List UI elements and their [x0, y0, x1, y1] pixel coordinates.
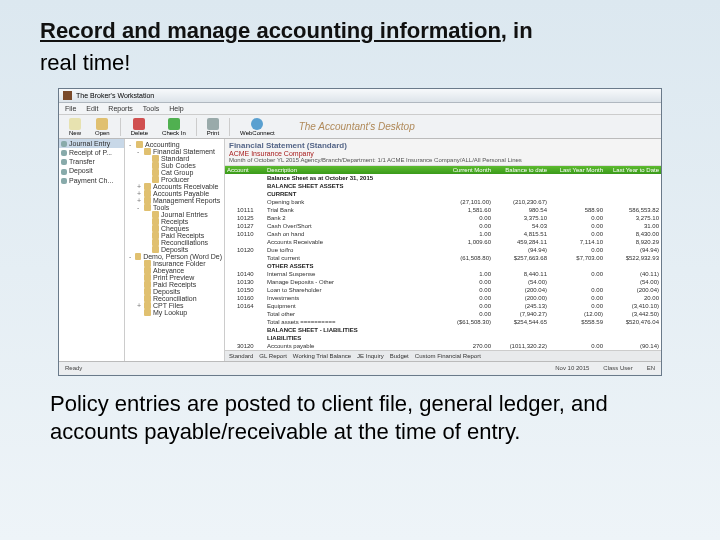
- table-row[interactable]: Total other0.00(7,940.27)(12.00)(3,442.5…: [225, 310, 661, 318]
- table-row[interactable]: 10140Internal Suspense1.008,440.110.00(4…: [225, 270, 661, 278]
- print-button[interactable]: Print: [203, 118, 223, 136]
- table-row[interactable]: Total current(61,508.80)$257,663.68$7,70…: [225, 254, 661, 262]
- report-tab[interactable]: Budget: [390, 353, 409, 359]
- left-nav: Journal EntryReceipt of P...TransferDepo…: [59, 139, 125, 361]
- table-row[interactable]: 10150Loan to Shareholder0.00(200.04)0.00…: [225, 286, 661, 294]
- tree-item[interactable]: -Tools: [127, 204, 222, 211]
- statusbar: Ready Nov 10 2015 Class User EN: [59, 361, 661, 374]
- col-balance: Balance to date: [491, 167, 547, 173]
- table-row[interactable]: 10160Investments0.00(200.00)0.0020.00: [225, 294, 661, 302]
- title-underlined: Record and manage accounting information: [40, 18, 501, 43]
- tree-item[interactable]: Deposits: [127, 288, 222, 295]
- checkin-icon: [168, 118, 180, 130]
- title-rest: , in: [501, 18, 533, 43]
- table-row[interactable]: 10110Cash on hand1.004,815.510.008,430.0…: [225, 230, 661, 238]
- table-row[interactable]: 30120Accounts payable270.00(1011,320.22)…: [225, 342, 661, 350]
- nav-item[interactable]: Payment Ch...: [59, 176, 124, 185]
- col-current-month: Current Month: [435, 167, 491, 173]
- nav-item[interactable]: Transfer: [59, 157, 124, 166]
- tree-item[interactable]: Reconciliations: [127, 239, 222, 246]
- table-row[interactable]: 10127Cash Over/Short0.0054.030.0031.00: [225, 222, 661, 230]
- tree-item[interactable]: +CPT Files: [127, 302, 222, 309]
- report-period: Month of October YL 2015 Agency/Branch/D…: [229, 157, 657, 163]
- tree-item[interactable]: Producer: [127, 176, 222, 183]
- tree-item[interactable]: +Accounts Payable: [127, 190, 222, 197]
- tree-item[interactable]: Cheques: [127, 225, 222, 232]
- status-date: Nov 10 2015: [555, 365, 589, 371]
- table-row[interactable]: OTHER ASSETS: [225, 262, 661, 270]
- table-row[interactable]: 10164Equipment0.00(245.13)0.00(3,410.10): [225, 302, 661, 310]
- table-row[interactable]: Total assets ==========($61,508.30)$254,…: [225, 318, 661, 326]
- report-tab[interactable]: Working Trial Balance: [293, 353, 351, 359]
- tree-item[interactable]: My Lookup: [127, 309, 222, 316]
- table-row[interactable]: 10130Manage Deposits - Other0.00(54.00)(…: [225, 278, 661, 286]
- delete-icon: [133, 118, 145, 130]
- tree-item[interactable]: Cat Group: [127, 169, 222, 176]
- report-tab[interactable]: Custom Financial Report: [415, 353, 481, 359]
- table-row[interactable]: 10120Due to/fro(94.94)0.00(94.94): [225, 246, 661, 254]
- tree-item[interactable]: Abeyance: [127, 267, 222, 274]
- application-window: The Broker's Workstation File Edit Repor…: [58, 88, 662, 376]
- tree-item[interactable]: Print Preview: [127, 274, 222, 281]
- toolbar: New Open Delete Check In Print WebConnec…: [59, 115, 661, 139]
- table-row[interactable]: BALANCE SHEET - LIABILITIES: [225, 326, 661, 334]
- tree-item[interactable]: Standard: [127, 155, 222, 162]
- tree-item[interactable]: -Demo, Person (Word De): [127, 253, 222, 260]
- tree-item[interactable]: +Accounts Receivable: [127, 183, 222, 190]
- titlebar[interactable]: The Broker's Workstation: [59, 89, 661, 103]
- report-tab[interactable]: GL Report: [259, 353, 286, 359]
- report-title: Financial Statement (Standard): [229, 141, 657, 150]
- tree-item[interactable]: Paid Receipts: [127, 281, 222, 288]
- tree-item[interactable]: Reconciliation: [127, 295, 222, 302]
- app-icon: [63, 91, 72, 100]
- menu-edit[interactable]: Edit: [86, 105, 98, 112]
- menubar: File Edit Reports Tools Help: [59, 103, 661, 115]
- report-header: Financial Statement (Standard) ACME Insu…: [225, 139, 661, 166]
- table-row[interactable]: Accounts Receivable1,009.60459,284.117,1…: [225, 238, 661, 246]
- table-row[interactable]: BALANCE SHEET ASSETS: [225, 182, 661, 190]
- report-tab[interactable]: JE Inquiry: [357, 353, 384, 359]
- nav-item[interactable]: Journal Entry: [59, 139, 124, 148]
- delete-button[interactable]: Delete: [127, 118, 152, 136]
- webconnect-button[interactable]: WebConnect: [236, 118, 279, 136]
- col-desc: Description: [267, 167, 435, 173]
- table-row[interactable]: Opening bank(27,101.00)(210,230.67): [225, 198, 661, 206]
- table-row[interactable]: Balance Sheet as at October 31, 2015: [225, 174, 661, 182]
- tree-item[interactable]: Journal Entries: [127, 211, 222, 218]
- menu-tools[interactable]: Tools: [143, 105, 159, 112]
- tree-item[interactable]: Sub Codes: [127, 162, 222, 169]
- tree-item[interactable]: Paid Receipts: [127, 232, 222, 239]
- tree-item[interactable]: -Accounting: [127, 141, 222, 148]
- tree-item[interactable]: +Management Reports: [127, 197, 222, 204]
- table-row[interactable]: 10111Trial Bank1,581.60980.54588.90586,5…: [225, 206, 661, 214]
- menu-file[interactable]: File: [65, 105, 76, 112]
- checkin-button[interactable]: Check In: [158, 118, 190, 136]
- tree-item[interactable]: Receipts: [127, 218, 222, 225]
- tree-item[interactable]: Deposits: [127, 246, 222, 253]
- main-pane: Financial Statement (Standard) ACME Insu…: [225, 139, 661, 361]
- table-row[interactable]: 10125Bank 20.003,375.100.003,275.10: [225, 214, 661, 222]
- table-row[interactable]: CURRENT: [225, 190, 661, 198]
- new-button[interactable]: New: [65, 118, 85, 136]
- nav-item[interactable]: Deposit: [59, 166, 124, 175]
- open-icon: [96, 118, 108, 130]
- nav-item[interactable]: Receipt of P...: [59, 148, 124, 157]
- status-ready: Ready: [65, 365, 82, 371]
- status-lang: EN: [647, 365, 655, 371]
- report-tab[interactable]: Standard: [229, 353, 253, 359]
- column-header: Account Description Current Month Balanc…: [225, 166, 661, 174]
- menu-help[interactable]: Help: [169, 105, 183, 112]
- report-grid[interactable]: Balance Sheet as at October 31, 2015BALA…: [225, 174, 661, 350]
- menu-reports[interactable]: Reports: [108, 105, 133, 112]
- slide-caption: Policy entries are posted to client file…: [0, 376, 720, 445]
- open-button[interactable]: Open: [91, 118, 114, 136]
- status-user: Class User: [603, 365, 632, 371]
- col-last-year-date: Last Year to Date: [603, 167, 659, 173]
- work-area: Journal EntryReceipt of P...TransferDepo…: [59, 139, 661, 361]
- tree-item[interactable]: Insurance Folder: [127, 260, 222, 267]
- col-account: Account: [227, 167, 267, 173]
- table-row[interactable]: LIABILITIES: [225, 334, 661, 342]
- new-icon: [69, 118, 81, 130]
- tree-item[interactable]: -Financial Statement: [127, 148, 222, 155]
- window-title: The Broker's Workstation: [76, 92, 154, 99]
